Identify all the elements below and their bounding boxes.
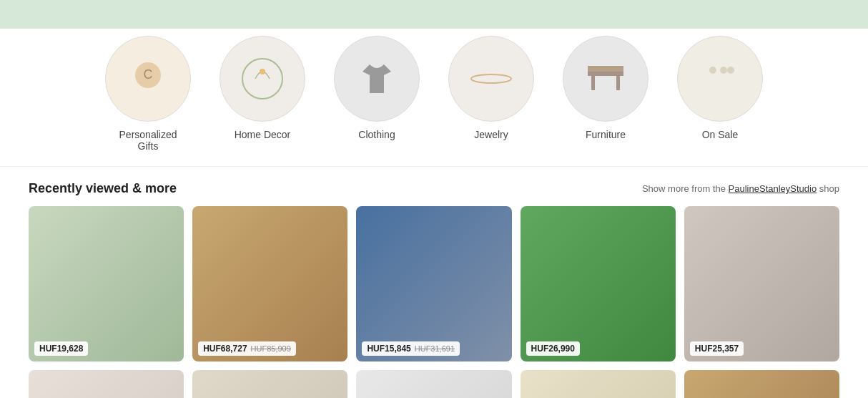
product-image — [684, 206, 839, 361]
product-card[interactable]: HUF16,163 — [29, 370, 184, 398]
product-card[interactable]: HUF67,273 — [521, 370, 676, 398]
product-card[interactable]: HUF68,727HUF85,909 — [192, 206, 347, 361]
category-furniture[interactable]: Furniture — [563, 36, 648, 152]
category-circle-home-decor — [220, 36, 305, 122]
category-on-sale[interactable]: On Sale — [677, 36, 763, 152]
show-more-prefix: Show more from the — [642, 183, 729, 194]
category-label-furniture: Furniture — [586, 129, 626, 140]
svg-point-11 — [727, 67, 734, 74]
svg-rect-8 — [588, 66, 623, 72]
category-circle-clothing — [334, 36, 420, 122]
svg-point-3 — [260, 69, 265, 74]
product-image — [29, 370, 184, 398]
product-price: HUF19,628 — [39, 344, 83, 354]
category-circle-personalized-gifts: C — [105, 36, 191, 122]
price-badge: HUF25,357 — [690, 341, 744, 356]
product-image — [192, 370, 347, 398]
category-circle-furniture — [563, 36, 648, 122]
show-more-text: Show more from the PaulineStanleyStudio … — [642, 183, 839, 194]
recently-section: Recently viewed & more Show more from th… — [0, 167, 868, 398]
svg-point-4 — [471, 74, 511, 83]
price-badge: HUF26,990 — [526, 341, 580, 356]
svg-rect-5 — [588, 72, 623, 76]
product-image — [356, 370, 511, 398]
svg-point-10 — [720, 67, 727, 74]
svg-point-9 — [709, 67, 716, 74]
category-circle-jewelry — [448, 36, 534, 122]
category-label-jewelry: Jewelry — [474, 129, 508, 140]
product-image — [29, 206, 184, 361]
category-label-clothing: Clothing — [358, 129, 395, 140]
price-badge: HUF15,845HUF31,691 — [362, 341, 460, 356]
product-card[interactable]: HUF16,163 — [356, 370, 511, 398]
products-grid: HUF19,628HUF68,727HUF85,909HUF15,845HUF3… — [29, 206, 839, 398]
product-card[interactable]: HUF19,628 — [29, 206, 184, 361]
product-image — [192, 206, 347, 361]
product-image — [521, 206, 676, 361]
category-personalized-gifts[interactable]: CPersonalized Gifts — [105, 36, 191, 152]
product-card[interactable]: HUF19,628 — [684, 370, 839, 398]
product-image — [684, 370, 839, 398]
product-card[interactable]: HUF16,163 — [192, 370, 347, 398]
recently-title: Recently viewed & more — [29, 181, 177, 196]
svg-rect-7 — [616, 76, 620, 90]
category-label-home-decor: Home Decor — [235, 129, 291, 140]
product-price: HUF25,357 — [695, 344, 739, 354]
category-home-decor[interactable]: Home Decor — [220, 36, 305, 152]
product-price: HUF68,727 — [203, 344, 247, 354]
price-badge: HUF68,727HUF85,909 — [198, 341, 296, 356]
product-card[interactable]: HUF25,357 — [684, 206, 839, 361]
price-badge: HUF19,628 — [34, 341, 88, 356]
recently-header: Recently viewed & more Show more from th… — [29, 181, 839, 196]
product-image — [356, 206, 511, 361]
product-original-price: HUF31,691 — [415, 344, 455, 353]
product-original-price: HUF85,909 — [251, 344, 291, 353]
shop-link[interactable]: PaulineStanleyStudio — [729, 183, 817, 194]
svg-point-2 — [242, 59, 282, 99]
product-image — [521, 370, 676, 398]
category-circle-on-sale — [677, 36, 763, 122]
product-card[interactable]: HUF26,990 — [521, 206, 676, 361]
svg-text:C: C — [144, 67, 153, 82]
category-label-on-sale: On Sale — [702, 129, 739, 140]
category-clothing[interactable]: Clothing — [334, 36, 420, 152]
product-price: HUF26,990 — [531, 344, 575, 354]
category-jewelry[interactable]: Jewelry — [448, 36, 534, 152]
categories-section: CPersonalized GiftsHome DecorClothingJew… — [0, 29, 868, 167]
category-label-personalized-gifts: Personalized Gifts — [119, 129, 177, 152]
top-banner — [0, 0, 868, 29]
svg-rect-6 — [591, 76, 595, 90]
show-more-suffix: shop — [817, 183, 839, 194]
product-card[interactable]: HUF15,845HUF31,691 — [356, 206, 511, 361]
product-price: HUF15,845 — [367, 344, 410, 354]
